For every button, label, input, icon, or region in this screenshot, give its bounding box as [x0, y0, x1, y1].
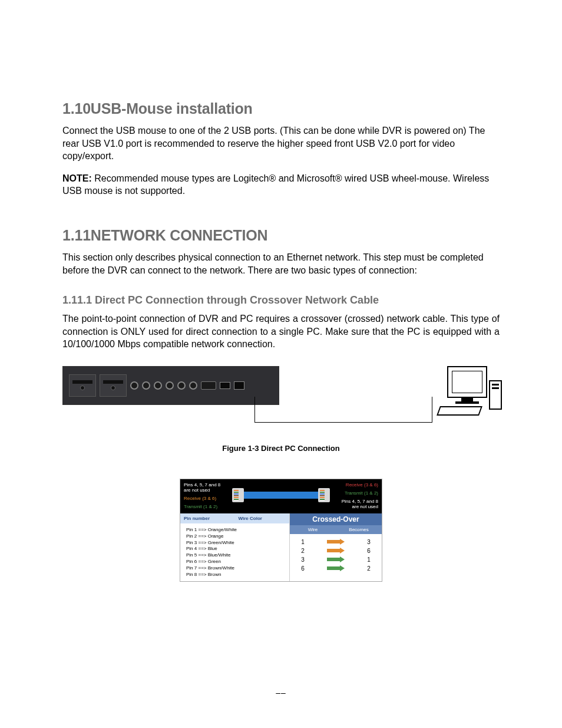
- arrow-icon: [327, 556, 345, 562]
- label: Pins 4, 5, 7 and 8: [342, 499, 378, 504]
- wire-to: 3: [367, 539, 371, 545]
- figure-1-3: Figure 1-3 Direct PC Connection Pins 4, …: [62, 366, 500, 582]
- label: are not used: [352, 504, 378, 509]
- becomes-header: Becomes: [336, 525, 382, 534]
- monitor-icon: [447, 366, 487, 398]
- pin-row: Pin 1 ==> Orange/White: [186, 527, 283, 533]
- mapping-row: 62: [290, 564, 382, 573]
- arrow-icon: [327, 539, 345, 545]
- wire-to: 1: [367, 556, 371, 563]
- pin-color-rows: Pin 1 ==> Orange/White Pin 2 ==> Orange …: [180, 523, 289, 581]
- heading-1111-number: 1.11.1: [62, 294, 92, 306]
- para-110-1: Connect the USB mouse to one of the 2 US…: [62, 124, 500, 163]
- mapping-rows: 13263162: [290, 534, 382, 577]
- label: are not used: [184, 487, 210, 493]
- pin-row: Pin 5 ==> Blue/White: [186, 552, 283, 559]
- heading-110-number: 1.10: [62, 100, 91, 117]
- arrow-icon: [327, 548, 345, 554]
- mapping-row: 13: [290, 538, 382, 546]
- bnc-port-icon: [177, 381, 186, 390]
- heading-111: 1.11NETWORK CONNECTION: [62, 227, 500, 244]
- bnc-port-icon: [142, 381, 150, 390]
- wire-from: 1: [301, 539, 305, 545]
- para-1111-1: The point-to-point connection of DVR and…: [62, 312, 500, 351]
- pin-row: Pin 7 ==> Brown/White: [186, 565, 283, 572]
- crossover-cable-icon: [254, 397, 432, 423]
- page: 1.10USB-Mouse installation Connect the U…: [0, 0, 562, 728]
- pin-row: Pin 4 ==> Blue: [186, 546, 283, 552]
- arrow-icon: [327, 565, 345, 571]
- crossover-mapping-table: Crossed-Over Wire Becomes 13263162: [290, 513, 382, 581]
- bnc-port-icon: [189, 381, 197, 390]
- rj45-plug-icon: [318, 488, 330, 502]
- bnc-port-icon: [166, 381, 174, 390]
- page-footer: ––: [62, 688, 500, 697]
- crossover-diagram: Pins 4, 5, 7 and 8are not used Receive (…: [180, 479, 382, 582]
- label-transmit: Transmit (1 & 2): [184, 505, 277, 510]
- wire-from: 6: [301, 565, 305, 572]
- bnc-port-icon: [130, 381, 138, 390]
- tower-icon: [489, 380, 502, 410]
- pin-number-header: Pin number: [180, 513, 235, 523]
- mapping-row: 31: [290, 555, 382, 564]
- mapping-row: 26: [290, 546, 382, 555]
- dvr-terminal-block-icon: [100, 374, 127, 397]
- wire-from: 3: [301, 556, 305, 563]
- dvr-device-icon: [62, 366, 279, 405]
- lan-port-icon: [234, 381, 244, 390]
- pin-row: Pin 6 ==> Green: [186, 559, 283, 565]
- pin-row: Pin 2 ==> Orange: [186, 533, 283, 540]
- wire-header: Wire: [290, 525, 336, 534]
- heading-111-title: NETWORK CONNECTION: [91, 227, 268, 243]
- pin-color-table: Pin number Wire Color Pin 1 ==> Orange/W…: [180, 513, 290, 581]
- para-111-1: This section only describes physical con…: [62, 251, 500, 276]
- wire-from: 2: [301, 548, 305, 554]
- figure-caption: Figure 1-3 Direct PC Connection: [62, 444, 500, 453]
- crossed-over-header: Crossed-Over: [290, 513, 382, 525]
- usb-port-icon: [220, 382, 230, 389]
- heading-1111-title: Direct PC Connection through Crossover N…: [95, 294, 379, 306]
- para-110-note: NOTE: Recommended mouse types are Logite…: [62, 172, 500, 197]
- wire-to: 2: [367, 565, 371, 572]
- rj45-cable-icon: [232, 486, 330, 504]
- heading-1111: 1.11.1 Direct PC Connection through Cros…: [62, 294, 500, 307]
- wire-color-header: Wire Color: [235, 513, 290, 523]
- heading-110-title: USB-Mouse installation: [91, 100, 253, 117]
- label-receive: Receive (3 & 6): [346, 483, 378, 488]
- pc-icon: [435, 366, 500, 420]
- dvr-terminal-block-icon: [69, 374, 96, 397]
- wire-to: 6: [367, 548, 371, 554]
- label-transmit: Transmit (1 & 2): [345, 491, 378, 496]
- vga-port-icon: [201, 381, 216, 390]
- pin-row: Pin 8 ==> Brown: [186, 572, 283, 578]
- heading-110: 1.10USB-Mouse installation: [62, 100, 500, 117]
- note-label: NOTE:: [62, 173, 92, 183]
- rj45-plug-icon: [232, 488, 244, 502]
- crossover-cable-header: Pins 4, 5, 7 and 8are not used Receive (…: [180, 479, 382, 513]
- connection-row: [62, 366, 500, 420]
- keyboard-icon: [437, 406, 482, 416]
- label: Pins 4, 5, 7 and 8: [184, 482, 220, 487]
- note-text: Recommended mouse types are Logitech® an…: [62, 173, 489, 196]
- heading-111-number: 1.11: [62, 227, 91, 244]
- pin-row: Pin 3 ==> Green/White: [186, 540, 283, 546]
- bnc-port-icon: [154, 381, 162, 390]
